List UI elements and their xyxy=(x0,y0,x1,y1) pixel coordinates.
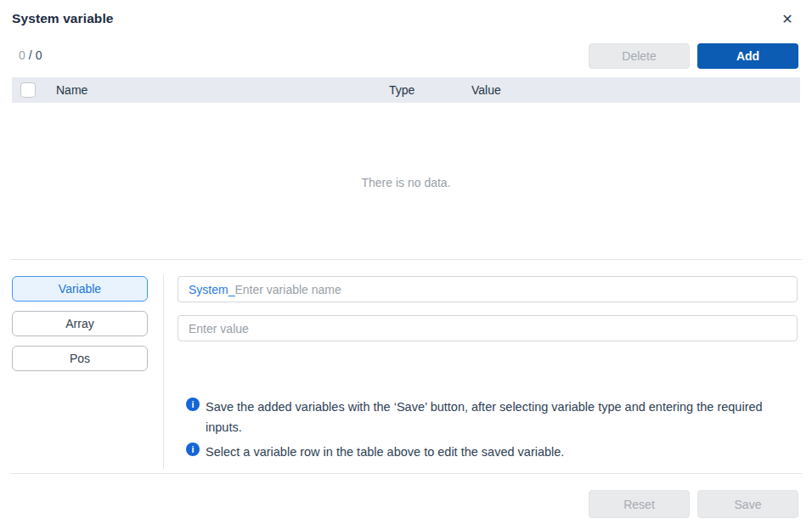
tab-pos[interactable]: Pos xyxy=(12,346,148,371)
vertical-divider xyxy=(163,274,164,469)
counter-separator: / xyxy=(29,48,32,62)
selected-count: 0 xyxy=(19,48,25,62)
reset-button[interactable]: Reset xyxy=(589,490,690,518)
info-icon: i xyxy=(186,443,200,456)
table-header: Name Type Value xyxy=(12,77,800,103)
delete-button[interactable]: Delete xyxy=(589,43,690,69)
info-note-text: Save the added variables with the ‘Save’… xyxy=(206,397,792,437)
close-icon[interactable]: ✕ xyxy=(778,10,797,29)
info-note-edit: i Select a variable row in the table abo… xyxy=(186,442,564,462)
variable-name-input[interactable]: System_Enter variable name xyxy=(178,276,798,302)
total-count: 0 xyxy=(36,48,42,62)
selection-counter: 0/0 xyxy=(19,48,42,62)
select-all-checkbox[interactable] xyxy=(20,82,36,98)
section-divider-bottom xyxy=(10,473,802,474)
system-variable-dialog: System variable ✕ 0/0 Delete Add Name Ty… xyxy=(0,0,812,530)
empty-state-text: There is no data. xyxy=(0,176,812,189)
info-icon: i xyxy=(186,398,200,411)
info-note-save: i Save the added variables with the ‘Sav… xyxy=(186,397,792,437)
column-header-name: Name xyxy=(56,83,87,97)
add-button[interactable]: Add xyxy=(697,43,798,69)
info-note-text: Select a variable row in the table above… xyxy=(206,442,564,462)
column-header-type: Type xyxy=(389,83,414,97)
column-header-value: Value xyxy=(471,83,501,97)
tab-array[interactable]: Array xyxy=(12,311,148,336)
section-divider-top xyxy=(10,259,802,260)
tab-variable[interactable]: Variable xyxy=(12,276,148,302)
save-button[interactable]: Save xyxy=(697,490,798,518)
page-title: System variable xyxy=(12,11,114,26)
variable-name-placeholder: Enter variable name xyxy=(234,283,341,296)
variable-name-prefix: System_ xyxy=(189,283,234,296)
value-input[interactable] xyxy=(178,315,798,341)
